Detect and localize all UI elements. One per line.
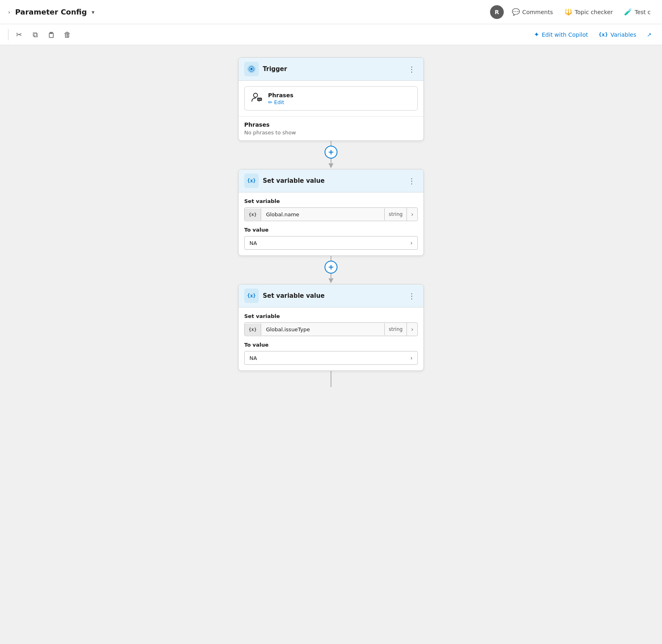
trigger-header: Trigger ⋮ <box>239 58 423 81</box>
setvar-value-row-1[interactable]: NA › <box>244 236 418 250</box>
trigger-node: Trigger ⋮ <box>238 57 424 141</box>
setvar-variable-row-1[interactable]: {x} Global.name string › <box>244 207 418 221</box>
comments-icon: 💬 <box>512 8 520 16</box>
to-value-label-1: To value <box>244 227 418 233</box>
setvar-var-icon-2: {x} <box>245 324 261 335</box>
edit-copilot-button[interactable]: ✦ Edit with Copilot <box>530 29 592 40</box>
setvar-node-1: {x} Set variable value ⋮ Set variable {x… <box>238 169 424 256</box>
setvar-body-2: Set variable {x} Global.issueType string… <box>239 307 423 370</box>
nav-dropdown-icon[interactable]: ▾ <box>92 9 94 15</box>
trigger-more-button[interactable]: ⋮ <box>406 64 418 74</box>
set-variable-label-1: Set variable <box>244 198 418 204</box>
setvar-var-name-1: Global.name <box>261 208 384 221</box>
setvar-value-row-2[interactable]: NA › <box>244 351 418 365</box>
setvar-value-text-2: NA <box>249 355 257 361</box>
svg-point-7 <box>258 99 259 100</box>
trigger-icon <box>247 65 256 73</box>
edit-copilot-label: Edit with Copilot <box>542 31 588 38</box>
setvar-title-2: Set variable value <box>263 292 402 299</box>
setvar-var-icon-1: {x} <box>245 209 261 220</box>
add-node-button-2[interactable]: + <box>325 261 337 274</box>
connector-line-top-2 <box>331 256 331 261</box>
phrases-row: Phrases ✏ Edit <box>244 86 418 111</box>
add-node-button-1[interactable]: + <box>325 146 337 159</box>
topic-checker-button[interactable]: 🔱 Topic checker <box>561 6 616 17</box>
setvar-more-button-2[interactable]: ⋮ <box>406 291 418 301</box>
variables-icon: {x} <box>599 31 608 38</box>
connector-arrow-2: ▼ <box>329 276 333 284</box>
trigger-body: Phrases ✏ Edit <box>239 81 423 116</box>
setvar-more-button-1[interactable]: ⋮ <box>406 176 418 186</box>
connector-2: + ▼ <box>325 256 337 284</box>
setvar-var-type-1: string <box>384 208 406 220</box>
page-title: Parameter Config <box>15 8 87 16</box>
to-value-label-2: To value <box>244 342 418 348</box>
svg-point-5 <box>253 93 258 97</box>
setvar-icon-1: {x} <box>247 178 256 184</box>
setvar-var-type-2: string <box>384 323 406 335</box>
comments-label: Comments <box>522 9 553 15</box>
analytics-button[interactable]: ↗ <box>643 29 656 40</box>
test-button[interactable]: 🧪 Test c <box>621 6 654 17</box>
setvar-value-arrow-2[interactable]: › <box>410 355 413 361</box>
topic-checker-icon: 🔱 <box>564 8 572 16</box>
topic-checker-label: Topic checker <box>575 9 613 15</box>
svg-point-8 <box>259 99 260 100</box>
canvas: Trigger ⋮ <box>0 45 662 644</box>
toolbar-right: ✦ Edit with Copilot {x} Variables ↗ <box>530 29 656 40</box>
setvar-header-1: {x} Set variable value ⋮ <box>239 169 423 192</box>
toolbar-separator <box>8 29 8 40</box>
test-icon: 🧪 <box>624 8 632 16</box>
setvar-icon-box-1: {x} <box>244 174 259 188</box>
connector-1: + ▼ <box>325 141 337 169</box>
trigger-footer-sub: No phrases to show <box>244 130 418 136</box>
variables-button[interactable]: {x} Variables <box>595 29 640 40</box>
nav-back-chevron[interactable]: › <box>8 9 10 15</box>
set-variable-label-2: Set variable <box>244 313 418 319</box>
paste-button[interactable] <box>44 27 59 42</box>
setvar-variable-row-2[interactable]: {x} Global.issueType string › <box>244 322 418 336</box>
trigger-footer-title: Phrases <box>244 121 418 128</box>
phrases-icon <box>250 91 263 106</box>
flow-wrapper: Trigger ⋮ <box>230 57 432 387</box>
setvar-icon-2: {x} <box>247 293 256 299</box>
setvar-body-1: Set variable {x} Global.name string › To… <box>239 192 423 255</box>
connector-arrow-1: ▼ <box>329 161 333 169</box>
copy-button[interactable]: ⧉ <box>28 27 42 42</box>
edit-pencil-icon: ✏ <box>268 99 274 105</box>
phrases-edit-link[interactable]: ✏ Edit <box>268 99 293 105</box>
bottom-connector-line <box>331 371 331 387</box>
person-speech-icon <box>250 91 263 104</box>
connector-line-top-1 <box>331 141 331 146</box>
variables-label: Variables <box>610 31 636 38</box>
setvar-title-1: Set variable value <box>263 177 402 184</box>
setvar-var-arrow-1[interactable]: › <box>406 208 417 221</box>
setvar-value-arrow-1[interactable]: › <box>410 240 413 246</box>
trigger-title: Trigger <box>263 65 402 73</box>
analytics-icon: ↗ <box>647 31 652 38</box>
delete-button[interactable]: 🗑 <box>60 27 75 42</box>
cut-button[interactable]: ✂ <box>12 27 26 42</box>
trigger-icon-box <box>244 62 259 76</box>
setvar-var-arrow-2[interactable]: › <box>406 323 417 336</box>
svg-point-9 <box>260 99 261 100</box>
copilot-icon: ✦ <box>534 31 539 38</box>
setvar-node-2: {x} Set variable value ⋮ Set variable {x… <box>238 284 424 371</box>
toolbar: ✂ ⧉ 🗑 ✦ Edit with Copilot {x} Variables … <box>0 24 662 45</box>
trigger-footer: Phrases No phrases to show <box>239 116 423 140</box>
setvar-header-2: {x} Set variable value ⋮ <box>239 284 423 307</box>
setvar-icon-box-2: {x} <box>244 289 259 303</box>
paste-icon <box>48 31 55 38</box>
setvar-var-name-2: Global.issueType <box>261 323 384 336</box>
avatar: R <box>490 5 504 19</box>
phrases-name: Phrases <box>268 92 293 98</box>
setvar-value-text-1: NA <box>249 240 257 246</box>
phrases-info: Phrases ✏ Edit <box>268 92 293 105</box>
svg-point-2 <box>250 68 253 70</box>
test-label: Test c <box>635 9 651 15</box>
top-nav: › Parameter Config ▾ R 💬 Comments 🔱 Topi… <box>0 0 662 24</box>
comments-button[interactable]: 💬 Comments <box>509 6 556 17</box>
